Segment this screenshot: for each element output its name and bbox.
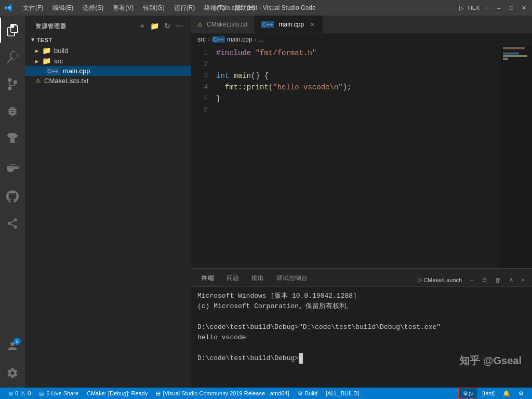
- refresh-explorer-button[interactable]: ↻: [162, 21, 172, 31]
- tab-close-button[interactable]: ×: [308, 20, 316, 29]
- terminal-cursor: [299, 353, 303, 364]
- maximize-button[interactable]: □: [507, 4, 515, 12]
- menu-run[interactable]: 运行(R): [170, 3, 200, 14]
- status-gear-icon: ⚙: [463, 390, 468, 397]
- docker-activity-icon[interactable]: [0, 157, 25, 182]
- tab-bar: ⚠ CMakeLists.txt C++ main.cpp ×: [191, 16, 532, 34]
- breadcrumb-sep2: ›: [255, 36, 257, 43]
- breadcrumb-file-label: main.cpp: [227, 36, 252, 43]
- account-activity-icon[interactable]: 2: [0, 334, 25, 358]
- live-share-activity-icon[interactable]: [0, 211, 25, 236]
- tree-item-cmakelists[interactable]: ⚠ CMakeLists.txt: [25, 76, 191, 86]
- term-line-1: Microsoft Windows [版本 10.0.19042.1288]: [197, 291, 526, 301]
- extensions-activity-icon[interactable]: [0, 126, 25, 151]
- status-settings[interactable]: ⚙: [514, 388, 528, 399]
- explorer-activity-icon[interactable]: [0, 18, 25, 43]
- main-layout: 2 资源管理器 + 📁 ↻ ··· ▾ TEST: [0, 16, 532, 388]
- editor-content[interactable]: 1 2 3 4 5 6 #include "fmt/format.h" int …: [191, 45, 532, 268]
- status-gear-run[interactable]: ⚙ ▷: [458, 388, 478, 399]
- panel-tab-terminal[interactable]: 终端: [195, 271, 220, 286]
- window-controls: ▷ HEX ··· – □ ✕: [457, 4, 528, 12]
- cpp-file-icon: C++: [46, 68, 60, 75]
- cmake-launch-label: CMake/Launch: [423, 277, 462, 283]
- minimize-button[interactable]: –: [495, 4, 503, 12]
- tab-main-cpp[interactable]: C++ main.cpp ×: [255, 16, 324, 33]
- status-notification[interactable]: 🔔: [499, 388, 514, 399]
- terminal-content[interactable]: Microsoft Windows [版本 10.0.19042.1288] (…: [191, 287, 532, 388]
- tree-section-chevron: ▾: [31, 36, 35, 43]
- status-cmake[interactable]: CMake: [Debug]: Ready: [83, 388, 152, 399]
- folder-icon-src-img: 📁: [42, 57, 51, 65]
- tree-section-test[interactable]: ▾ TEST: [25, 34, 191, 45]
- new-folder-button[interactable]: 📁: [150, 21, 160, 31]
- close-button[interactable]: ✕: [520, 4, 528, 12]
- vs-version-icon: ⊞: [156, 390, 161, 397]
- code-editor[interactable]: #include "fmt/format.h" int main() { fmt…: [212, 45, 501, 268]
- code-line-5: }: [216, 93, 501, 104]
- panel-tab-problems[interactable]: 问题: [220, 271, 245, 286]
- tab-cmake-icon: ⚠: [197, 21, 203, 28]
- tree-item-src[interactable]: ▸ 📁 src: [25, 56, 191, 66]
- clear-terminal-button[interactable]: 🗑: [492, 276, 504, 284]
- build-label: Build: [305, 390, 317, 396]
- term-line-7: D:\code\test\build\Debug>: [197, 353, 526, 364]
- branch-label: [test]: [482, 390, 495, 396]
- new-file-button[interactable]: +: [137, 21, 148, 31]
- title-bar: 文件(F) 编辑(E) 选择(S) 查看(V) 转到(G) 运行(R) 终端(T…: [0, 0, 532, 16]
- line-num-1: 1: [195, 47, 208, 59]
- hex-button[interactable]: HEX: [470, 4, 478, 12]
- panel-tab-output[interactable]: 输出: [245, 271, 270, 286]
- status-live-share[interactable]: ◎ 6 Live Share: [35, 388, 83, 399]
- menu-goto[interactable]: 转到(G): [139, 3, 168, 14]
- collapse-explorer-button[interactable]: ···: [175, 21, 185, 31]
- run-button[interactable]: ▷: [457, 4, 466, 12]
- editor-area: ⚠ CMakeLists.txt C++ main.cpp × src › C+…: [191, 16, 532, 388]
- maximize-panel-button[interactable]: ∧: [506, 275, 516, 284]
- notification-icon: 🔔: [503, 390, 510, 397]
- split-terminal-button[interactable]: ⊟: [479, 275, 490, 284]
- add-terminal-button[interactable]: +: [467, 276, 476, 284]
- panel-tab-debug[interactable]: 调试控制台: [270, 271, 314, 286]
- settings-activity-icon[interactable]: [0, 361, 25, 385]
- menu-file[interactable]: 文件(F): [19, 3, 47, 14]
- code-line-2: [216, 59, 501, 70]
- activity-bar-bottom: 2: [0, 334, 25, 388]
- term-line-6: [197, 343, 526, 353]
- status-right: ⚙ ▷ [test] 🔔 ⚙: [458, 388, 528, 399]
- debug-activity-icon[interactable]: [0, 99, 25, 124]
- tree-item-build[interactable]: ▸ 📁 build: [25, 45, 191, 56]
- menu-edit[interactable]: 编辑(E): [48, 3, 77, 14]
- term-line-2: (c) Microsoft Corporation。保留所有权利。: [197, 301, 526, 312]
- breadcrumb-src[interactable]: src: [197, 36, 206, 43]
- breadcrumb-extra: ...: [259, 36, 264, 43]
- breadcrumb-cpp[interactable]: C++ main.cpp: [212, 36, 252, 43]
- source-control-activity-icon[interactable]: [0, 72, 25, 97]
- line-num-3: 3: [195, 70, 208, 82]
- more-button[interactable]: ···: [482, 4, 490, 12]
- search-activity-icon[interactable]: [0, 45, 25, 70]
- live-share-label: 6 Live Share: [46, 390, 78, 396]
- status-build[interactable]: ⚙ Build: [294, 388, 322, 399]
- tab-cpp-icon: C++: [261, 21, 275, 28]
- menu-view[interactable]: 查看(V): [109, 3, 138, 14]
- breadcrumb: src › C++ main.cpp › ...: [191, 34, 532, 45]
- tree-item-src-label: src: [54, 57, 63, 65]
- settings-status-icon: ⚙: [518, 390, 524, 397]
- term-line-5: hello vscode: [197, 332, 526, 343]
- github-activity-icon[interactable]: [0, 184, 25, 209]
- close-panel-button[interactable]: ×: [518, 276, 528, 284]
- cmake-launch-button[interactable]: ▷ CMake/Launch: [415, 275, 465, 284]
- status-branch[interactable]: [test]: [478, 388, 499, 399]
- tree-item-main-cpp[interactable]: C++ main.cpp: [25, 66, 191, 76]
- status-vs-version[interactable]: ⊞ [Visual Studio Community 2019 Release …: [152, 388, 293, 399]
- sidebar-title: 资源管理器: [35, 22, 66, 30]
- tab-cmakelists[interactable]: ⚠ CMakeLists.txt: [191, 16, 255, 33]
- tab-cmake-label: CMakeLists.txt: [207, 21, 248, 28]
- vscode-logo: [4, 4, 12, 12]
- build-icon: ⚙: [298, 390, 303, 397]
- status-errors[interactable]: ⊗ 0 ⚠ 0: [4, 388, 35, 399]
- tree-item-cmake-label: CMakeLists.txt: [44, 77, 88, 85]
- status-target[interactable]: [ALL_BUILD]: [322, 388, 363, 399]
- tab-cpp-label: main.cpp: [278, 21, 304, 28]
- menu-select[interactable]: 选择(S): [78, 3, 108, 14]
